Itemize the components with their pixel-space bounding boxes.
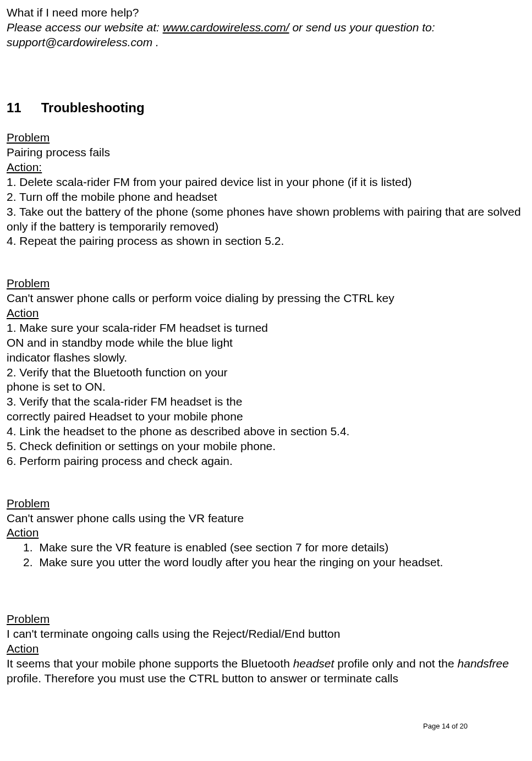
action-step: ON and in standby mode while the blue li… bbox=[7, 336, 525, 351]
action-step: indicator flashes slowly. bbox=[7, 351, 525, 365]
action-step: 4. Repeat the pairing process as shown i… bbox=[7, 234, 525, 249]
problem-text: Pairing process fails bbox=[7, 145, 525, 160]
list-text: Make sure you utter the word loudly afte… bbox=[39, 556, 443, 568]
section-number: 11 bbox=[7, 100, 21, 117]
action-step: 4. Link the headset to the phone as desc… bbox=[7, 424, 525, 439]
action-step: 3. Take out the battery of the phone (so… bbox=[7, 205, 525, 234]
action-step: 5. Check definition or settings on your … bbox=[7, 439, 525, 454]
profile-headset: headset bbox=[293, 657, 334, 670]
problem-label: Problem bbox=[7, 276, 525, 291]
action-step: 1. Delete scala-rider FM from your paire… bbox=[7, 175, 525, 190]
text: profile only and not the bbox=[334, 657, 457, 670]
problem-text: Can't answer phone calls using the VR fe… bbox=[7, 511, 525, 526]
list-number: 2. bbox=[23, 556, 33, 568]
text: profile. Therefore you must use the CTRL… bbox=[7, 672, 398, 685]
problem-label: Problem bbox=[7, 612, 525, 627]
page-footer: Page 14 of 20 bbox=[7, 722, 525, 731]
action-label: Action bbox=[7, 642, 525, 656]
problem-label: Problem bbox=[7, 130, 525, 145]
help-question: What if I need more help? bbox=[7, 6, 525, 20]
problem-label: Problem bbox=[7, 496, 525, 511]
action-step: 6. Perform pairing process and check aga… bbox=[7, 454, 525, 469]
action-step: 1. Make sure your scala-rider FM headset… bbox=[7, 321, 525, 336]
action-step: phone is set to ON. bbox=[7, 380, 525, 395]
help-prefix: Please access our website at: bbox=[7, 21, 163, 34]
action-list-item: 2. Make sure you utter the word loudly a… bbox=[7, 555, 525, 570]
action-label: Action: bbox=[7, 160, 525, 175]
problem-text: I can't terminate ongoing calls using th… bbox=[7, 627, 525, 642]
action-step: 3. Verify that the scala-rider FM headse… bbox=[7, 395, 525, 409]
action-step: correctly paired Headset to your mobile … bbox=[7, 409, 525, 424]
problem-text: Can't answer phone calls or perform voic… bbox=[7, 291, 525, 306]
action-label: Action bbox=[7, 306, 525, 321]
help-answer: Please access our website at: www.cardow… bbox=[7, 20, 525, 50]
action-label: Action bbox=[7, 525, 525, 540]
section-heading: 11Troubleshooting bbox=[7, 100, 525, 117]
profile-handsfree: handsfree bbox=[458, 657, 509, 670]
action-list-item: 1. Make sure the VR feature is enabled (… bbox=[7, 540, 525, 555]
action-paragraph: It seems that your mobile phone supports… bbox=[7, 656, 525, 686]
text: It seems that your mobile phone supports… bbox=[7, 657, 293, 670]
action-step: 2. Verify that the Bluetooth function on… bbox=[7, 365, 525, 380]
help-link[interactable]: www.cardowireless.com/ bbox=[163, 21, 289, 34]
list-text: Make sure the VR feature is enabled (see… bbox=[39, 541, 388, 554]
list-number: 1. bbox=[23, 541, 33, 554]
action-step: 2. Turn off the mobile phone and headset bbox=[7, 190, 525, 205]
section-title: Troubleshooting bbox=[41, 100, 145, 115]
